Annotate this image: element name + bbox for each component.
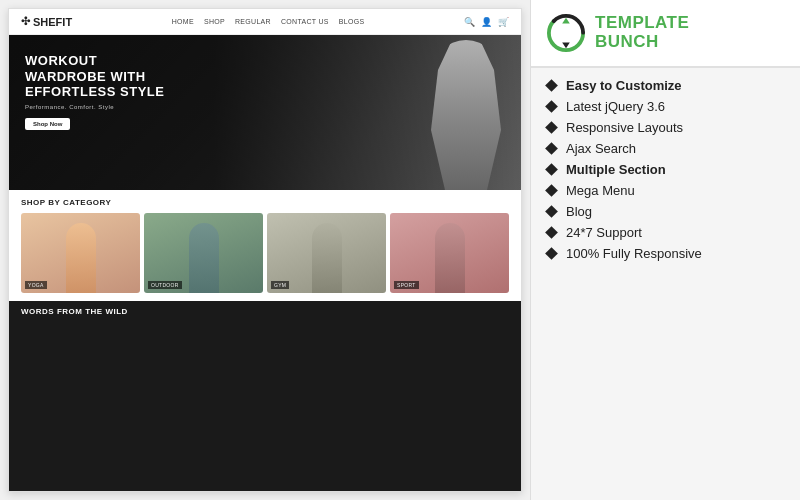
feature-responsive: Responsive Layouts bbox=[547, 120, 784, 135]
website-mockup: ✣ SHEFIT HOME SHOP REGULAR CONTACT US BL… bbox=[8, 8, 522, 492]
feature-label-5: Mega Menu bbox=[566, 183, 635, 198]
tb-logo-icon bbox=[547, 14, 585, 52]
yoga-label: YOGA bbox=[25, 281, 47, 289]
category-title: SHOP BY CATEGORY bbox=[21, 198, 509, 207]
svg-marker-2 bbox=[562, 18, 570, 24]
features-list: Easy to Customize Latest jQuery 3.6 Resp… bbox=[531, 68, 800, 500]
sport-label: SPORT bbox=[394, 281, 419, 289]
shop-now-button[interactable]: Shop Now bbox=[25, 118, 70, 130]
hero-figure bbox=[431, 40, 501, 190]
feature-ajax: Ajax Search bbox=[547, 141, 784, 156]
category-yoga[interactable]: YOGA bbox=[21, 213, 140, 293]
category-section: SHOP BY CATEGORY YOGA OUTDOOR GYM SPORT bbox=[9, 190, 521, 301]
tb-title-text: TEMPLATE BUNCH bbox=[595, 14, 689, 51]
outdoor-figure bbox=[189, 223, 219, 293]
outdoor-label: OUTDOOR bbox=[148, 281, 182, 289]
left-panel: ✣ SHEFIT HOME SHOP REGULAR CONTACT US BL… bbox=[0, 0, 530, 500]
gym-label: GYM bbox=[271, 281, 289, 289]
logo-text: SHEFIT bbox=[33, 16, 72, 28]
diamond-icon-8 bbox=[545, 247, 558, 260]
bottom-title: WORDS FROM THE WILD bbox=[21, 307, 509, 316]
nav-home[interactable]: HOME bbox=[172, 18, 194, 25]
logo-v-icon: ✣ bbox=[21, 15, 30, 28]
diamond-icon-3 bbox=[545, 142, 558, 155]
nav-links: HOME SHOP REGULAR CONTACT US BLOGS bbox=[172, 18, 365, 25]
template-bunch-header: TEMPLATE BUNCH bbox=[531, 0, 800, 68]
cart-icon[interactable]: 🛒 bbox=[498, 17, 509, 27]
category-gym[interactable]: GYM bbox=[267, 213, 386, 293]
user-icon[interactable]: 👤 bbox=[481, 17, 492, 27]
diamond-icon-7 bbox=[545, 226, 558, 239]
hero-title: WORKOUT WARDROBE WITH EFFORTLESS STYLE bbox=[25, 53, 164, 100]
diamond-icon-2 bbox=[545, 121, 558, 134]
feature-easy-customize: Easy to Customize bbox=[547, 78, 784, 93]
feature-blog: Blog bbox=[547, 204, 784, 219]
diamond-icon-0 bbox=[545, 79, 558, 92]
feature-label-7: 24*7 Support bbox=[566, 225, 642, 240]
bottom-section: WORDS FROM THE WILD bbox=[9, 301, 521, 491]
yoga-figure bbox=[66, 223, 96, 293]
svg-marker-3 bbox=[562, 43, 570, 49]
feature-label-2: Responsive Layouts bbox=[566, 120, 683, 135]
feature-jquery: Latest jQuery 3.6 bbox=[547, 99, 784, 114]
feature-label-3: Ajax Search bbox=[566, 141, 636, 156]
diamond-icon-1 bbox=[545, 100, 558, 113]
feature-label-4: Multiple Section bbox=[566, 162, 666, 177]
nav-icon-group: 🔍 👤 🛒 bbox=[464, 17, 509, 27]
category-sport[interactable]: SPORT bbox=[390, 213, 509, 293]
search-icon[interactable]: 🔍 bbox=[464, 17, 475, 27]
gym-figure bbox=[312, 223, 342, 293]
feature-label-8: 100% Fully Responsive bbox=[566, 246, 702, 261]
nav-shop[interactable]: SHOP bbox=[204, 18, 225, 25]
diamond-icon-6 bbox=[545, 205, 558, 218]
feature-label-1: Latest jQuery 3.6 bbox=[566, 99, 665, 114]
nav-regular[interactable]: REGULAR bbox=[235, 18, 271, 25]
diamond-icon-4 bbox=[545, 163, 558, 176]
right-panel: TEMPLATE BUNCH Easy to Customize Latest … bbox=[530, 0, 800, 500]
tb-title-line1: TEMPLATE bbox=[595, 14, 689, 33]
feature-label-0: Easy to Customize bbox=[566, 78, 682, 93]
tb-title-line2: BUNCH bbox=[595, 33, 689, 52]
feature-fully-responsive: 100% Fully Responsive bbox=[547, 246, 784, 261]
feature-multiple-section: Multiple Section bbox=[547, 162, 784, 177]
mock-navbar: ✣ SHEFIT HOME SHOP REGULAR CONTACT US BL… bbox=[9, 9, 521, 35]
nav-contact[interactable]: CONTACT US bbox=[281, 18, 329, 25]
feature-support: 24*7 Support bbox=[547, 225, 784, 240]
nav-blogs[interactable]: BLOGS bbox=[339, 18, 365, 25]
hero-subtitle: Performance. Comfort. Style bbox=[25, 104, 164, 110]
feature-mega-menu: Mega Menu bbox=[547, 183, 784, 198]
feature-label-6: Blog bbox=[566, 204, 592, 219]
category-grid: YOGA OUTDOOR GYM SPORT bbox=[21, 213, 509, 293]
hero-content: WORKOUT WARDROBE WITH EFFORTLESS STYLE P… bbox=[25, 53, 164, 130]
hero-section: WORKOUT WARDROBE WITH EFFORTLESS STYLE P… bbox=[9, 35, 521, 190]
site-logo: ✣ SHEFIT bbox=[21, 15, 72, 28]
diamond-icon-5 bbox=[545, 184, 558, 197]
sport-figure bbox=[435, 223, 465, 293]
category-outdoor[interactable]: OUTDOOR bbox=[144, 213, 263, 293]
